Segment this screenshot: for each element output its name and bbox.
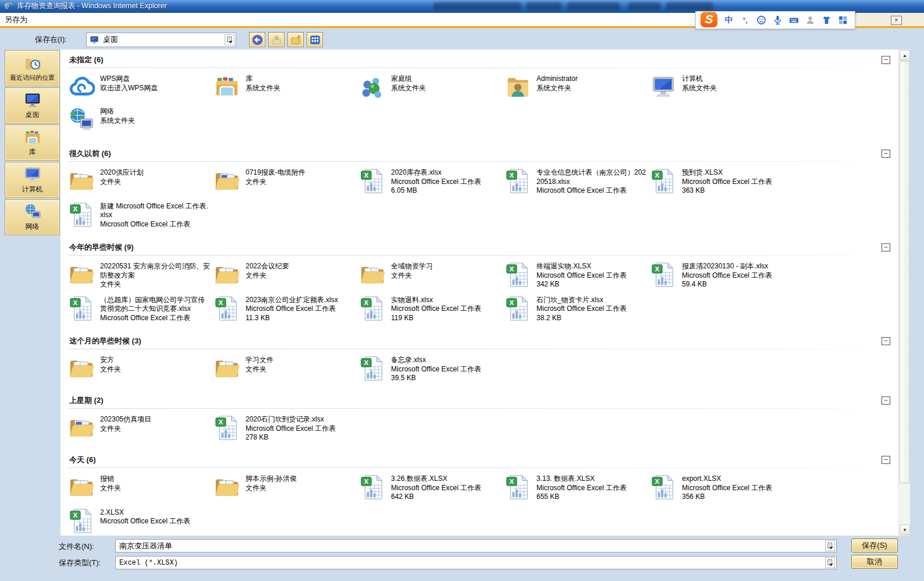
- new-folder-button[interactable]: [287, 32, 304, 47]
- sidebar-item-network[interactable]: 网络: [5, 199, 60, 235]
- file-groups: 未指定 (6)−WPS网盘双击进入WPS网盘库系统文件夹家庭组系统文件夹Admi…: [68, 51, 890, 536]
- file-item[interactable]: 脚本示例-孙洪俊文件夹: [214, 471, 359, 505]
- grid-icon[interactable]: [838, 15, 848, 25]
- file-type: Microsoft Office Excel 工作表: [536, 186, 647, 196]
- views-button[interactable]: [307, 32, 323, 47]
- file-item-text: 2022会议纪要文件夹: [246, 261, 356, 280]
- sidebar-item-recent[interactable]: 最近访问的位置: [5, 50, 60, 86]
- excel-file-icon: X: [359, 168, 386, 194]
- desktop-icon: [24, 91, 41, 109]
- back-button[interactable]: [249, 32, 265, 47]
- file-item-text: 0719报废-电缆附件文件夹: [246, 168, 356, 186]
- file-type: Microsoft Office Excel 工作表: [246, 304, 356, 314]
- cancel-button[interactable]: 取消: [851, 555, 898, 569]
- collapse-group-button[interactable]: −: [882, 396, 890, 405]
- file-size: 38.2 KB: [536, 314, 647, 323]
- scrollbar[interactable]: ▲ ▼: [898, 49, 910, 536]
- location-dropdown-button[interactable]: [225, 34, 234, 45]
- file-item[interactable]: 报销文件夹: [68, 471, 214, 505]
- sidebar-item-libraries[interactable]: 库: [5, 125, 60, 161]
- up-one-level-button[interactable]: [268, 32, 285, 47]
- file-item[interactable]: X3.13. 数据表.XLSXMicrosoft Office Excel 工作…: [504, 471, 650, 505]
- keyboard-icon[interactable]: [789, 15, 799, 25]
- group-items: 报销文件夹脚本示例-孙洪俊文件夹X3.26.数据表.XLSXMicrosoft …: [68, 471, 890, 536]
- scrollbar-thumb[interactable]: [900, 61, 910, 483]
- group-header: 上星期 (2)−: [68, 392, 890, 408]
- file-item[interactable]: 202305仿真项目文件夹: [68, 412, 214, 445]
- file-item[interactable]: X2020石门坎到货记录.xlsxMicrosoft Office Excel …: [214, 412, 359, 445]
- file-item[interactable]: 计算机系统文件夹: [650, 71, 795, 104]
- group-items: 安方文件夹学习文件文件夹X备忘录.xlsxMicrosoft Office Ex…: [68, 352, 890, 386]
- file-item[interactable]: 0719报废-电缆附件文件夹: [214, 165, 359, 199]
- file-item[interactable]: X专业仓信息统计表（南京公司）20220518.xlsxMicrosoft Of…: [504, 165, 650, 199]
- file-item[interactable]: X备忘录.xlsxMicrosoft Office Excel 工作表39.5 …: [359, 352, 504, 386]
- file-item-text: 2020供应计划文件夹: [100, 168, 211, 186]
- microphone-icon[interactable]: [773, 15, 783, 25]
- file-item-text: 3.13. 数据表.XLSXMicrosoft Office Excel 工作表…: [536, 474, 647, 502]
- file-item[interactable]: Xexport.XLSXMicrosoft Office Excel 工作表35…: [650, 471, 795, 505]
- sogou-logo[interactable]: S: [701, 12, 717, 27]
- file-item[interactable]: 20220531 安方南京分公司消防、安防整改方案文件夹: [68, 258, 214, 292]
- file-item[interactable]: X2020库存表.xlsxMicrosoft Office Excel 工作表6…: [359, 165, 504, 199]
- excel-file-icon: X: [359, 355, 386, 382]
- file-type: 文件夹: [100, 484, 211, 493]
- file-item[interactable]: 安方文件夹: [68, 352, 214, 386]
- filename-dropdown-button[interactable]: [825, 540, 835, 551]
- file-item[interactable]: Administrator系统文件夹: [504, 71, 650, 104]
- file-item[interactable]: X报废清20230130 - 副本.xlsxMicrosoft Office E…: [650, 258, 795, 292]
- file-item[interactable]: X预到货.XLSXMicrosoft Office Excel 工作表363 K…: [650, 165, 795, 199]
- file-item[interactable]: X石门坎_物资卡片.xlsxMicrosoft Office Excel 工作表…: [504, 292, 650, 326]
- titlebar-artifact: [567, 2, 620, 10]
- sidebar-item-desktop[interactable]: 桌面: [5, 87, 60, 123]
- file-group: 今天 (6)−报销文件夹脚本示例-孙洪俊文件夹X3.26.数据表.XLSXMic…: [68, 451, 890, 536]
- scroll-up-button[interactable]: ▲: [900, 50, 910, 61]
- save-button[interactable]: 保存(S): [851, 539, 898, 552]
- folder-icon: [68, 474, 95, 501]
- close-button[interactable]: ×: [891, 16, 902, 25]
- sidebar-item-computer[interactable]: 计算机: [5, 162, 60, 198]
- collapse-group-button[interactable]: −: [882, 243, 890, 251]
- file-item[interactable]: X2.XLSXMicrosoft Office Excel 工作表: [68, 505, 214, 536]
- file-list[interactable]: 未指定 (6)−WPS网盘双击进入WPS网盘库系统文件夹家庭组系统文件夹Admi…: [61, 49, 910, 536]
- file-item[interactable]: X（总题库）国家电网公司学习宣传贯彻党的二十大知识竞赛.xlsxMicrosof…: [68, 292, 214, 326]
- file-item[interactable]: 家庭组系统文件夹: [359, 71, 504, 104]
- shirt-icon[interactable]: [822, 15, 831, 25]
- file-item[interactable]: X新建 Microsoft Office Excel 工作表.xlsxMicro…: [68, 199, 214, 232]
- folder-icon: [214, 261, 240, 288]
- location-combobox[interactable]: 桌面: [86, 33, 236, 47]
- person-icon[interactable]: [805, 15, 815, 25]
- file-item[interactable]: 库系统文件夹: [214, 71, 359, 104]
- file-item[interactable]: 2022会议纪要文件夹: [214, 258, 359, 292]
- file-item[interactable]: 学习文件文件夹: [214, 352, 359, 386]
- smiley-icon[interactable]: [756, 15, 766, 25]
- libraries-icon: [24, 129, 41, 146]
- file-item[interactable]: X终端退实物.XLSXMicrosoft Office Excel 工作表342…: [504, 258, 650, 292]
- group-header: 很久以前 (6)−: [68, 145, 890, 161]
- punctuation-icon[interactable]: °,: [740, 15, 750, 25]
- file-item[interactable]: X3.26.数据表.XLSXMicrosoft Office Excel 工作表…: [359, 471, 504, 505]
- folder-icon: [359, 261, 386, 288]
- file-name: 3.13. 数据表.XLSX: [536, 474, 647, 484]
- file-item[interactable]: X2023南京公司业扩定额表.xlsxMicrosoft Office Exce…: [214, 292, 359, 326]
- file-item[interactable]: 网络系统文件夹: [68, 104, 214, 136]
- file-item[interactable]: WPS网盘双击进入WPS网盘: [68, 71, 214, 104]
- svg-text:X: X: [73, 206, 78, 212]
- file-item[interactable]: X实物退料.xlsxMicrosoft Office Excel 工作表119 …: [359, 292, 504, 326]
- save-type-input[interactable]: [119, 559, 825, 567]
- collapse-group-button[interactable]: −: [882, 456, 890, 464]
- ie-icon: e: [3, 1, 13, 11]
- file-item[interactable]: 2020供应计划文件夹: [68, 165, 214, 199]
- collapse-group-button[interactable]: −: [882, 56, 890, 64]
- filename-input[interactable]: [119, 541, 825, 550]
- collapse-group-button[interactable]: −: [882, 150, 890, 158]
- chinese-mode-icon[interactable]: 中: [724, 15, 734, 25]
- collapse-group-button[interactable]: −: [882, 337, 890, 345]
- group-rule: [68, 408, 890, 409]
- save-type-dropdown-button[interactable]: [825, 557, 835, 568]
- file-type: Microsoft Office Excel 工作表: [391, 178, 502, 187]
- file-size: 642 KB: [391, 493, 502, 502]
- file-name: 2022会议纪要: [246, 262, 356, 271]
- file-item[interactable]: 全域物资学习文件夹: [359, 258, 504, 292]
- file-type: 系统文件夹: [682, 84, 792, 93]
- scroll-down-button[interactable]: ▼: [900, 525, 910, 535]
